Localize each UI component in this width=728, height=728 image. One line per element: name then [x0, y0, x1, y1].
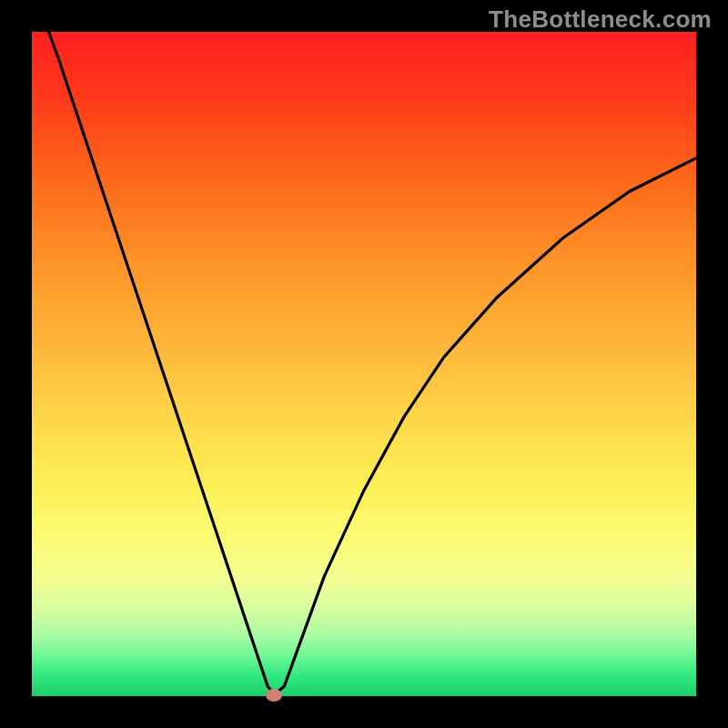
- chart-frame: TheBottleneck.com: [0, 0, 728, 728]
- plot-area: [32, 32, 696, 696]
- watermark-text: TheBottleneck.com: [489, 5, 712, 34]
- optimal-marker: [266, 689, 282, 702]
